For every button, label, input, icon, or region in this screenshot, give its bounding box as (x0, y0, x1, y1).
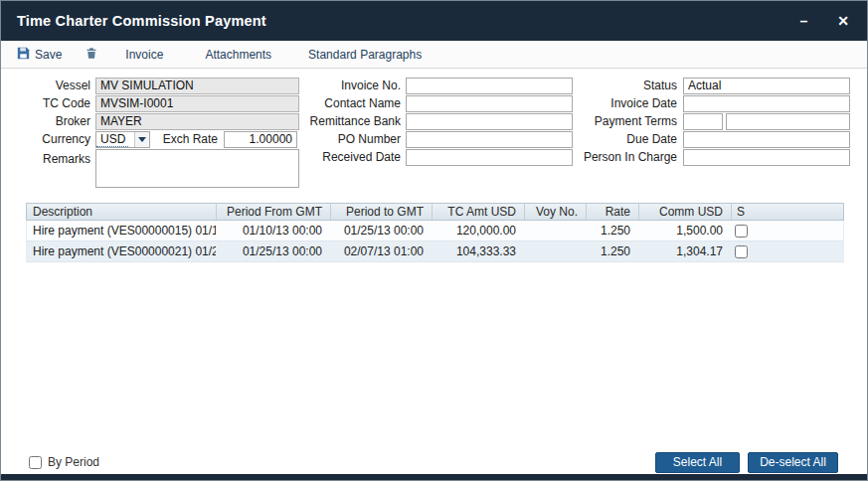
cell-comm-usd: 1,500.00 (638, 221, 731, 240)
due-date-label: Due Date (560, 131, 677, 148)
cell-rate: 1.250 (586, 241, 638, 261)
deselect-all-button[interactable]: De-select All (748, 452, 838, 473)
delete-button[interactable] (86, 47, 97, 63)
close-button[interactable]: ✕ (837, 14, 849, 28)
trash-icon (86, 47, 97, 63)
save-button[interactable]: Save (17, 47, 62, 63)
attachments-label: Attachments (205, 48, 271, 62)
column-header-period-from-gmt: Period From GMT (216, 204, 330, 220)
broker-field: MAYER (95, 113, 299, 130)
person-in-charge-label: Person In Charge (560, 149, 677, 166)
window-title: Time Charter Commission Payment (17, 13, 266, 29)
by-period-label: By Period (48, 455, 99, 469)
row-select-checkbox[interactable] (735, 245, 748, 258)
table-header-row: Description Period From GMT Period to GM… (26, 203, 844, 221)
contact-name-field[interactable] (406, 95, 573, 112)
table-row[interactable]: Hire payment (VES00000021) 01/25/1: 01/2… (26, 241, 844, 262)
dialog-window: Time Charter Commission Payment – ✕ Save… (0, 0, 868, 481)
cell-voy-no (524, 241, 586, 261)
invoice-no-field[interactable] (406, 78, 573, 94)
currency-value: USD (96, 133, 128, 147)
person-in-charge-field[interactable] (683, 149, 850, 166)
invoice-button[interactable]: Invoice (125, 48, 163, 62)
save-icon (17, 47, 30, 63)
invoice-date-label: Invoice Date (560, 95, 677, 112)
cell-period-from: 01/25/13 00:00 (216, 241, 330, 261)
cell-tc-amt: 120,000.00 (432, 221, 524, 240)
column-header-comm-usd: Comm USD (638, 204, 731, 220)
remarks-label: Remarks (21, 151, 90, 168)
titlebar: Time Charter Commission Payment – ✕ (1, 1, 867, 41)
column-header-rate: Rate (586, 204, 638, 220)
payment-terms-desc-field[interactable] (726, 113, 850, 130)
remittance-bank-label: Remittance Bank (291, 113, 401, 130)
status-field: Actual (683, 78, 850, 94)
commission-table: Description Period From GMT Period to GM… (26, 203, 844, 262)
invoice-date-field[interactable] (683, 95, 850, 112)
cell-voy-no (524, 221, 586, 240)
due-date-field[interactable] (683, 131, 850, 148)
currency-label: Currency (21, 131, 90, 148)
vessel-field: MV SIMULATION (95, 78, 299, 94)
cell-period-to: 02/07/13 01:00 (330, 241, 432, 261)
contact-name-label: Contact Name (291, 95, 401, 112)
status-label: Status (560, 78, 677, 94)
cell-period-to: 01/25/13 00:00 (330, 221, 432, 240)
tc-code-label: TC Code (21, 95, 90, 112)
column-header-description: Description (27, 204, 216, 220)
column-header-period-to-gmt: Period to GMT (330, 204, 432, 220)
select-all-button[interactable]: Select All (655, 452, 740, 473)
standard-paragraphs-label: Standard Paragraphs (308, 48, 422, 62)
remittance-bank-field[interactable] (406, 113, 573, 130)
chevron-down-icon (134, 132, 149, 147)
minimize-button[interactable]: – (799, 14, 807, 28)
exch-rate-label: Exch Rate (158, 131, 218, 148)
cell-period-from: 01/10/13 00:00 (216, 221, 330, 240)
cell-description: Hire payment (VES00000021) 01/25/1: (27, 241, 216, 261)
payment-terms-code-field[interactable] (683, 113, 723, 130)
window-bottom-frame (1, 474, 867, 480)
po-number-label: PO Number (291, 131, 401, 148)
cell-comm-usd: 1,304.17 (638, 241, 731, 261)
invoice-label: Invoice (125, 48, 163, 62)
toolbar: Save Invoice Attachments Standard Paragr… (1, 41, 867, 69)
tc-code-field: MVSIM-I0001 (95, 95, 299, 112)
vessel-label: Vessel (21, 78, 90, 94)
received-date-field[interactable] (406, 149, 573, 166)
save-label: Save (35, 48, 62, 62)
attachments-button[interactable]: Attachments (205, 48, 271, 62)
received-date-label: Received Date (291, 149, 401, 166)
column-header-select: S (731, 204, 843, 220)
column-header-voy-no: Voy No. (524, 204, 586, 220)
payment-terms-label: Payment Terms (560, 113, 677, 130)
remarks-textarea[interactable] (95, 149, 299, 188)
by-period-control: By Period (29, 455, 99, 469)
exch-rate-field[interactable]: 1.00000 (224, 131, 297, 148)
broker-label: Broker (21, 113, 90, 130)
cell-rate: 1.250 (586, 221, 638, 240)
column-header-tc-amt-usd: TC Amt USD (432, 204, 524, 220)
standard-paragraphs-button[interactable]: Standard Paragraphs (308, 48, 422, 62)
by-period-checkbox[interactable] (29, 456, 42, 469)
table-row[interactable]: Hire payment (VES00000015) 01/10/1: 01/1… (26, 221, 844, 241)
cell-description: Hire payment (VES00000015) 01/10/1: (27, 221, 216, 240)
po-number-field[interactable] (406, 131, 573, 148)
invoice-no-label: Invoice No. (291, 78, 401, 94)
currency-select[interactable]: USD (95, 131, 150, 148)
row-select-checkbox[interactable] (735, 225, 748, 238)
cell-tc-amt: 104,333.33 (432, 241, 524, 261)
